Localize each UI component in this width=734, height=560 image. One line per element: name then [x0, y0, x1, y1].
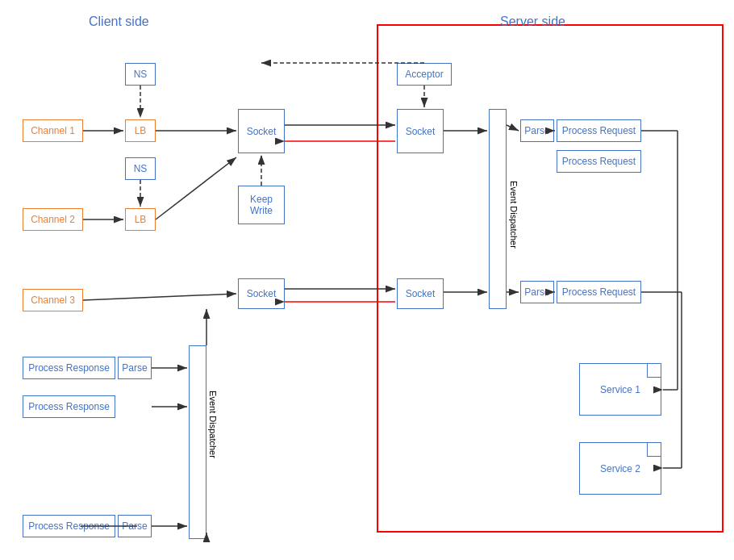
process-req1-box: Process Request — [557, 119, 641, 142]
service2-box: Service 2 — [579, 442, 661, 495]
ns1-box: NS — [125, 63, 156, 86]
process-resp2-box: Process Response — [23, 395, 115, 418]
server-parse2-box: Parse — [520, 281, 554, 303]
process-resp3-box: Process Response — [23, 515, 115, 537]
svg-line-9 — [83, 294, 236, 300]
event-dispatcher-server-box — [489, 109, 507, 309]
lb1-box: LB — [125, 119, 156, 142]
keep-write-box: Keep Write — [238, 186, 285, 224]
channel3-box: Channel 3 — [23, 289, 83, 311]
server-side-label: Server side — [500, 15, 565, 29]
client-socket1-box: Socket — [238, 109, 285, 153]
client-socket2-box: Socket — [238, 278, 285, 309]
event-dispatcher-server: Event Dispatcher — [509, 181, 519, 249]
server-socket2-box: Socket — [397, 278, 444, 309]
svg-line-7 — [156, 157, 236, 219]
channel2-box: Channel 2 — [23, 208, 83, 231]
channel1-box: Channel 1 — [23, 119, 83, 142]
parse-resp3-box: Parse — [118, 515, 152, 537]
process-req3-box: Process Request — [557, 281, 641, 303]
ns2-box: NS — [125, 157, 156, 180]
event-dispatcher-client: Event Dispatcher — [208, 391, 218, 458]
server-parse1-box: Parse — [520, 119, 554, 142]
lb2-box: LB — [125, 208, 156, 231]
process-resp1-box: Process Response — [23, 357, 115, 379]
diagram-container: Client side Server side Channel 1 Channe… — [0, 0, 734, 560]
server-socket1-box: Socket — [397, 109, 444, 153]
event-dispatcher-client-box — [189, 345, 206, 539]
parse-resp1-box: Parse — [118, 357, 152, 379]
client-side-label: Client side — [89, 15, 149, 29]
service1-box: Service 1 — [579, 363, 661, 416]
process-req2-box: Process Request — [557, 150, 641, 173]
acceptor-box: Acceptor — [397, 63, 452, 86]
